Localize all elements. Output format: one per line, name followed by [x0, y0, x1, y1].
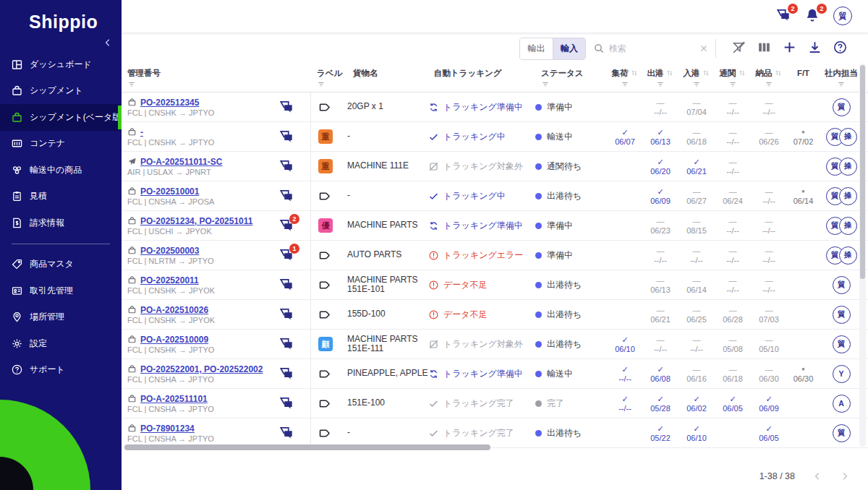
help-button[interactable] — [833, 40, 848, 55]
filter-icon[interactable] — [692, 80, 701, 89]
cargo-line: - — [347, 191, 350, 201]
chat-button[interactable] — [278, 277, 294, 293]
filter-icon[interactable] — [621, 80, 629, 89]
date-value: 06/07 — [615, 137, 635, 146]
search-input[interactable] — [609, 43, 694, 53]
chat-button[interactable] — [278, 129, 294, 145]
shipment-id-link[interactable]: PO-202500003 — [140, 246, 199, 256]
column-header-arrival[interactable]: 入港 — [678, 64, 715, 92]
chat-button[interactable] — [278, 425, 294, 441]
chat-button[interactable] — [278, 188, 294, 204]
sidebar-item-goods-in-transit[interactable]: 輸送中の商品 — [0, 157, 122, 184]
sidebar-item-billing[interactable]: 請求情報 — [0, 210, 122, 236]
check-mark-icon: ✓ — [657, 365, 663, 374]
staff-avatar: 貿 — [833, 335, 851, 353]
chat-button[interactable] — [278, 99, 294, 115]
chat-button[interactable] — [278, 158, 294, 174]
sidebar-item-containers[interactable]: コンテナ — [0, 131, 122, 158]
chat-button[interactable]: 1 — [278, 247, 294, 263]
column-header-pickup[interactable]: 集荷 — [608, 64, 642, 92]
cargo-line: 155D-100 — [347, 309, 386, 319]
filter-icon[interactable] — [765, 80, 773, 89]
sort-icon[interactable] — [665, 69, 674, 77]
route-text: FCL | CNSHA → JPTYO — [127, 434, 214, 443]
shipment-id-link[interactable]: PO-202510001 — [140, 186, 199, 197]
column-header-staff[interactable]: 社内担当 — [820, 64, 863, 92]
tab-export[interactable]: 輸出 — [520, 38, 553, 59]
sidebar-item-product-master[interactable]: 商品マスタ — [0, 252, 122, 278]
column-header-delivery[interactable]: 納品 — [751, 64, 787, 92]
notifications-button[interactable]: 2 — [804, 7, 822, 25]
horizontal-scrollbar[interactable] — [124, 444, 490, 450]
column-header-departure[interactable]: 出港 — [642, 64, 678, 92]
tracking-status: データ不足 — [428, 309, 535, 321]
messages-button[interactable]: 2 — [775, 7, 793, 25]
columns-icon — [757, 40, 772, 55]
shipment-id-link[interactable]: PO-202522001, PO-202522002 — [140, 364, 263, 374]
chat-button[interactable] — [278, 395, 294, 411]
sidebar-item-shipments[interactable]: シップメント — [0, 78, 122, 105]
cargo-name: - — [347, 191, 428, 201]
cargo-line: MACHINE 111E — [347, 161, 409, 171]
filter-icon[interactable] — [541, 80, 550, 89]
shipment-id-link[interactable]: PO-A-202511101 — [140, 394, 208, 404]
dash-mark-icon: — — [657, 306, 665, 314]
sort-icon[interactable] — [738, 69, 746, 77]
next-page-button[interactable] — [840, 471, 850, 481]
sidebar-item-locations[interactable]: 場所管理 — [0, 304, 122, 331]
filter-icon[interactable] — [837, 80, 846, 89]
clear-search-icon[interactable] — [699, 43, 709, 53]
vertical-scrollbar[interactable] — [860, 65, 865, 279]
chat-button[interactable] — [278, 306, 294, 322]
column-header-label[interactable]: ラベル — [311, 64, 347, 92]
filter-icon[interactable] — [728, 80, 737, 89]
shipment-id-link[interactable]: PO-202512345 — [140, 98, 199, 108]
date-value: --/-- — [726, 167, 739, 176]
departure-date-cell: —--/-- — [642, 246, 678, 265]
tab-import[interactable]: 輸入 — [553, 38, 585, 59]
previous-page-button[interactable] — [812, 471, 822, 481]
chat-icon — [278, 336, 294, 352]
shipment-id-link[interactable]: PO-A-202510026 — [140, 305, 208, 315]
tracking-label: トラッキング中 — [443, 131, 506, 143]
sort-icon[interactable] — [702, 69, 710, 77]
dash-mark-icon: — — [729, 335, 737, 344]
sidebar-item-quotes[interactable]: 見積 — [0, 184, 122, 210]
sync-icon — [428, 220, 439, 231]
support-icon — [11, 364, 23, 376]
filter-icon[interactable] — [127, 80, 136, 89]
shipment-id-link[interactable]: PO-202520011 — [140, 275, 199, 285]
sidebar-item-partners[interactable]: 取引先管理 — [0, 278, 122, 304]
sort-icon[interactable] — [630, 69, 639, 77]
filter-icon[interactable] — [656, 80, 665, 89]
sidebar-item-dashboard[interactable]: ダッシュボード — [0, 51, 122, 78]
sidebar-item-support[interactable]: サポート — [0, 357, 122, 384]
sidebar-item-settings[interactable]: 設定 — [0, 330, 122, 357]
column-header-customs[interactable]: 通関 — [715, 64, 751, 92]
user-avatar[interactable]: 貿 — [833, 7, 852, 25]
column-header-id[interactable]: 管理番号 — [122, 64, 311, 92]
staff-avatar: 貿 — [833, 276, 851, 294]
chat-button[interactable] — [278, 336, 294, 352]
column-settings-button[interactable] — [757, 40, 772, 55]
shipment-id-link[interactable]: PO-A-202511011-SC — [140, 157, 222, 167]
sort-icon[interactable] — [774, 69, 783, 77]
column-header-status[interactable]: ステータス — [535, 64, 608, 92]
download-button[interactable] — [807, 40, 822, 55]
chat-button[interactable]: 2 — [278, 218, 294, 233]
filter-icon[interactable] — [317, 80, 326, 89]
shipment-id-link[interactable]: - — [140, 127, 143, 137]
shipment-id-link[interactable]: PO-A-202510009 — [140, 335, 208, 345]
dash-mark-icon: — — [729, 365, 737, 374]
add-shipment-button[interactable] — [782, 40, 797, 55]
sidebar-item-shipments-beta[interactable]: シップメント(ベータ版) — [0, 104, 122, 131]
chat-button[interactable] — [278, 366, 294, 382]
delivery-date-cell: —--/-- — [751, 98, 787, 116]
status-label: 出港待ち — [547, 309, 582, 321]
shipment-icon — [11, 111, 23, 124]
shipment-id-link[interactable]: PO-78901234 — [140, 424, 195, 434]
date-value: 05/10 — [759, 345, 779, 353]
sidebar-collapse-button[interactable] — [103, 38, 113, 48]
shipment-id-link[interactable]: PO-20251234, PO-20251011 — [140, 216, 252, 226]
clear-filters-button[interactable] — [731, 40, 746, 55]
